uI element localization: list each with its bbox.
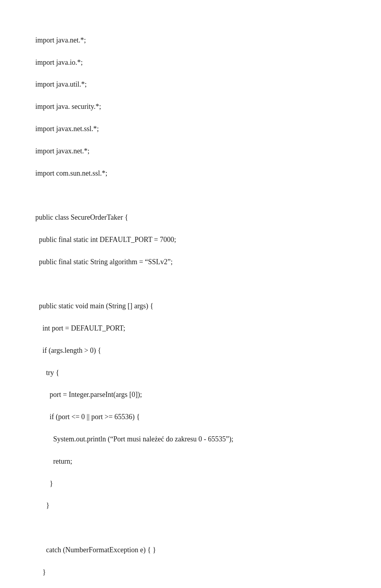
code-line-7: import com.sun.net.ssl.*; xyxy=(35,169,108,177)
code-line-8: public class SecureOrderTaker { xyxy=(35,213,128,221)
code-line-13: if (args.length > 0) { xyxy=(35,346,101,354)
code-line-11: public static void main (String [] args)… xyxy=(35,302,154,310)
code-line-20: } xyxy=(35,501,50,509)
code-line-19: } xyxy=(35,480,53,487)
code-line-12: int port = DEFAULT_PORT; xyxy=(35,324,125,332)
code-line-21: catch (NumberFormatException e) { } xyxy=(35,546,156,554)
code-line-18: return; xyxy=(35,457,72,465)
code-line-17: System.out.println (“Port musi należeć d… xyxy=(35,435,233,443)
code-line-3: import java.util.*; xyxy=(35,80,87,88)
code-line-2: import java.io.*; xyxy=(35,58,83,66)
code-line-16: if (port <= 0 || port >= 65536) { xyxy=(35,413,140,421)
code-line-15: port = Integer.parseInt(args [0]); xyxy=(35,391,142,398)
code-line-10: public final static String algorithm = “… xyxy=(35,258,173,266)
code-line-1: import java.net.*; xyxy=(35,36,86,44)
code-line-22: } xyxy=(35,568,46,576)
code-content: import java.net.*; import java.io.*; imp… xyxy=(32,24,349,588)
code-line-6: import javax.net.*; xyxy=(35,147,89,155)
code-line-4: import java. security.*; xyxy=(35,103,101,110)
code-line-5: import javax.net.ssl.*; xyxy=(35,125,99,133)
code-line-9: public final static int DEFAULT_PORT = 7… xyxy=(35,236,176,244)
code-line-14: try { xyxy=(35,369,59,377)
